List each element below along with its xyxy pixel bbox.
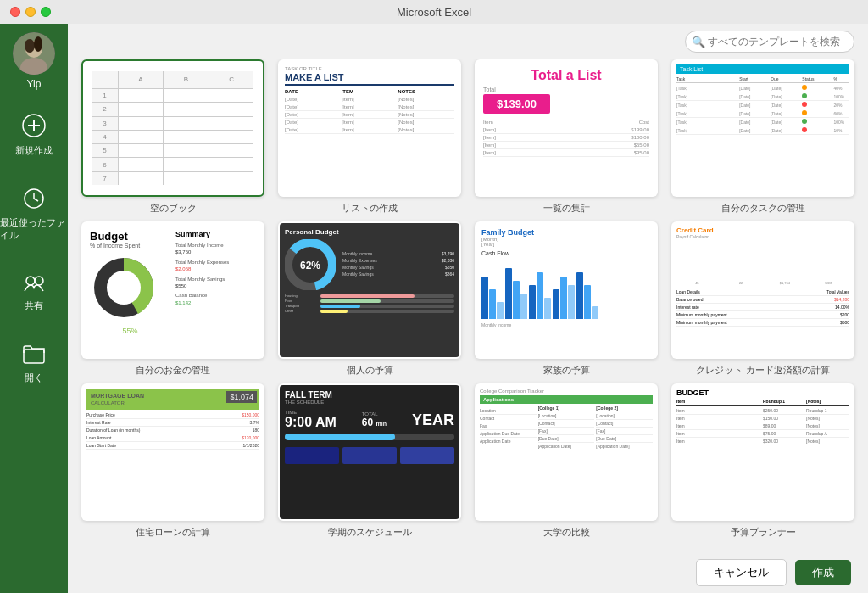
svg-point-15 [107,271,141,305]
search-bar: 🔍 [68,24,868,59]
template-item-budget-planner[interactable]: BUDGET ItemRoundup 1[Notes] Item$250.00R… [671,383,854,539]
recent-icon [23,187,45,215]
avatar[interactable] [13,32,55,75]
template-thumb-college-compare[interactable]: College Comparison Tracker Applications … [475,383,658,521]
template-item-personal-budget[interactable]: Personal Budget 62% Monthly Income$3,790… [278,221,461,377]
template-thumb-family-budget[interactable]: Family Budget [Month][Year] Cash Flow [475,221,658,359]
footer: キャンセル 作成 [68,551,868,593]
template-label-budget-planner: 予算プランナー [731,526,796,539]
svg-point-12 [35,277,43,285]
budget-summary-title: Summary [175,230,256,238]
sidebar-item-open-label: 開く [25,372,43,384]
template-label-total-list: 一覧の集計 [543,202,590,215]
close-button[interactable] [10,7,20,17]
right-panel: 🔍 A B C 1 [68,24,868,593]
sidebar-item-new[interactable]: 新規作成 [0,107,68,164]
sidebar: Yip 新規作成 最近使ったファイル [0,24,68,593]
sidebar-item-share-label: 共有 [25,299,43,312]
template-thumb-total-list[interactable]: Total a List Total $139.00 ItemCost [Ite… [475,59,658,197]
template-row-3: MORTGAGE LOAN CALCULATOR $1,074 Purchase… [81,383,854,539]
new-icon [22,114,46,143]
total-list-title: Total a List [531,68,601,83]
share-icon [22,272,46,298]
search-icon: 🔍 [692,36,705,48]
svg-point-11 [26,277,35,285]
budget-subtitle: % of Income Spent [90,243,170,249]
template-item-total-list[interactable]: Total a List Total $139.00 ItemCost [Ite… [475,59,658,215]
template-thumb-budget-planner[interactable]: BUDGET ItemRoundup 1[Notes] Item$250.00R… [671,383,854,521]
template-thumb-budget[interactable]: Budget % of Income Spent 55% [81,221,264,359]
svg-point-4 [34,36,42,52]
template-item-family-budget[interactable]: Family Budget [Month][Year] Cash Flow [475,221,658,377]
budget-title: Budget [90,230,170,243]
template-thumb-task-mgmt[interactable]: Task List TaskStartDueStatus% [Task][Dat… [671,59,854,197]
template-label-credit-card: クレジット カード返済額の計算 [696,364,829,377]
template-thumb-mortgage[interactable]: MORTGAGE LOAN CALCULATOR $1,074 Purchase… [81,383,264,521]
main-content: Yip 新規作成 最近使ったファイル [0,24,868,593]
total-list-value: $139.00 [483,94,550,114]
template-item-mortgage[interactable]: MORTGAGE LOAN CALCULATOR $1,074 Purchase… [81,383,264,539]
titlebar: Microsoft Excel [0,0,868,24]
total-list-label: Total [483,87,496,92]
template-item-blank[interactable]: A B C 1 2 3 4 5 [81,59,264,215]
template-label-mortgage: 住宅ローンの計算 [136,526,210,539]
maximize-button[interactable] [41,7,51,17]
template-row-1: A B C 1 2 3 4 5 [81,59,854,215]
template-label-make-list: リストの作成 [342,202,398,215]
search-wrapper: 🔍 [685,31,854,53]
budget-pct: 55% [90,327,170,335]
template-thumb-make-list[interactable]: TASK OR TITLE MAKE A LIST DATEITEMNOTES … [278,59,461,197]
template-item-task-mgmt[interactable]: Task List TaskStartDueStatus% [Task][Dat… [671,59,854,215]
template-label-blank: 空のブック [150,202,197,215]
minimize-button[interactable] [25,7,36,17]
template-grid: A B C 1 2 3 4 5 [68,59,868,551]
template-label-college-compare: 大学の比較 [543,526,590,539]
sidebar-item-recent-label: 最近使ったファイル [0,216,68,242]
cancel-button[interactable]: キャンセル [696,559,787,586]
template-label-budget: 自分のお金の管理 [136,364,210,377]
svg-point-3 [25,39,35,53]
template-thumb-blank[interactable]: A B C 1 2 3 4 5 [81,59,264,197]
template-item-fall-term[interactable]: FALL TERM THE SCHEDULE TIME 9:00 AM TOTA… [278,383,461,539]
template-label-fall-term: 学期のスケジュール [328,526,412,539]
template-label-task-mgmt: 自分のタスクの管理 [721,202,805,215]
template-item-make-list[interactable]: TASK OR TITLE MAKE A LIST DATEITEMNOTES … [278,59,461,215]
sidebar-item-new-label: 新規作成 [15,144,53,157]
sidebar-item-open[interactable]: 開く [0,336,68,391]
user-name: Yip [27,78,42,90]
template-item-credit-card[interactable]: Credit Card Payoff Calculator 45 22 [671,221,854,377]
sidebar-item-share[interactable]: 共有 [0,266,68,319]
svg-rect-13 [24,350,44,363]
template-label-family-budget: 家族の予算 [543,364,590,377]
template-item-college-compare[interactable]: College Comparison Tracker Applications … [475,383,658,539]
create-button[interactable]: 作成 [795,560,851,585]
window-controls[interactable] [10,7,51,17]
template-label-personal-budget: 個人の予算 [347,364,393,377]
svg-text:62%: 62% [300,260,320,271]
search-input[interactable] [685,31,854,53]
sidebar-item-recent[interactable]: 最近使ったファイル [0,181,68,249]
template-thumb-fall-term[interactable]: FALL TERM THE SCHEDULE TIME 9:00 AM TOTA… [278,383,461,521]
template-row-2: Budget % of Income Spent 55% [81,221,854,377]
svg-line-10 [34,199,38,201]
template-thumb-personal-budget[interactable]: Personal Budget 62% Monthly Income$3,790… [278,221,461,359]
template-item-budget[interactable]: Budget % of Income Spent 55% [81,221,264,377]
window-title: Microsoft Excel [397,6,471,19]
open-icon [22,343,46,370]
template-thumb-credit-card[interactable]: Credit Card Payoff Calculator 45 22 [671,221,854,359]
